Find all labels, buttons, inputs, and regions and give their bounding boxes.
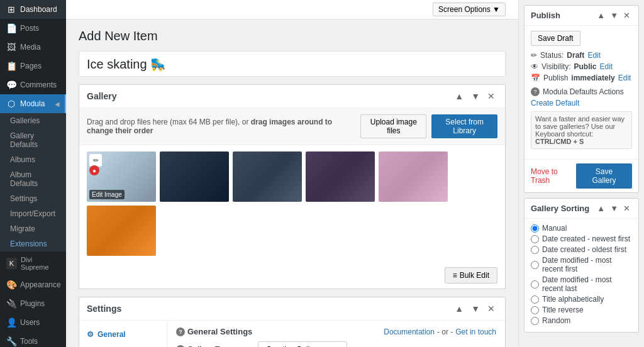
sidebar-item-extensions[interactable]: Extensions [0, 236, 66, 251]
sidebar-item-modula[interactable]: ⬡ Modula ◀ [0, 94, 66, 113]
sidebar-item-gallery-defaults[interactable]: Gallery Defaults [0, 128, 66, 152]
sidebar-item-appearance[interactable]: 🎨 Appearance [0, 275, 66, 294]
sidebar-item-comments[interactable]: 💬 Comments [0, 75, 66, 94]
sort-date-oldest-radio[interactable] [531, 246, 539, 254]
sidebar-item-media[interactable]: 🖼 Media [0, 38, 66, 57]
sidebar-item-tools[interactable]: 🔧 Tools [0, 332, 66, 347]
settings-top-bar: ? General Settings Documentation - or - … [176, 327, 496, 336]
sidebar-item-kali-forms[interactable]: K Divi Supreme [0, 251, 66, 275]
sidebar-item-users[interactable]: 👤 Users [0, 313, 66, 332]
sidebar-item-posts[interactable]: 📄 Posts [0, 19, 66, 38]
modula-arrow: ◀ [55, 101, 60, 107]
gallery-type-select[interactable]: Creative Gallery Grid Gallery Slider Gal… [258, 341, 347, 347]
settings-title: Settings [87, 304, 121, 314]
sort-title-alpha: Title alphabetically [531, 295, 632, 304]
plugins-icon: 🔌 [6, 299, 16, 309]
modula-defaults: ? Modula Defaults Actions Create Default [531, 87, 632, 107]
sort-manual-radio[interactable] [531, 224, 539, 233]
sorting-down-btn[interactable]: ▼ [608, 203, 620, 214]
general-help-icon[interactable]: ? [176, 328, 185, 336]
sorting-close-btn[interactable]: ✕ [621, 203, 632, 214]
settings-collapse-up-btn[interactable]: ▲ [452, 302, 466, 315]
settings-collapse-down-btn[interactable]: ▼ [469, 302, 482, 315]
sidebar-item-galleries[interactable]: Galleries [0, 113, 66, 128]
edit-image-label: Edit Image [89, 190, 125, 199]
visibility-icon: 👁 [531, 62, 538, 71]
main-content: Screen Options ▼ Add New Item Gallery ▲ … [66, 0, 518, 347]
save-draft-button[interactable]: Save Draft [531, 31, 580, 46]
sort-modified-recent-radio[interactable] [531, 261, 539, 269]
get-in-touch-link[interactable]: Get in touch [455, 328, 496, 336]
sidebar-item-plugins[interactable]: 🔌 Plugins [0, 294, 66, 313]
save-gallery-button[interactable]: Save Gallery [576, 163, 632, 189]
settings-content: ? General Settings Documentation - or - … [167, 321, 505, 347]
publish-up-btn[interactable]: ▲ [595, 10, 607, 21]
gallery-image-6[interactable] [87, 206, 156, 256]
create-default-link[interactable]: Create Default [531, 99, 632, 107]
publish-header: Publish ▲ ▼ ✕ [525, 6, 638, 26]
sidebar-item-import-export[interactable]: Import/Export [0, 206, 66, 221]
settings-close-btn[interactable]: ✕ [485, 302, 497, 315]
sort-date-oldest-label: Date created - oldest first [542, 245, 626, 254]
sort-title-alpha-radio[interactable] [531, 295, 539, 304]
settings-header-controls: ▲ ▼ ✕ [452, 302, 497, 315]
sidebar-item-dashboard[interactable]: ⊞ Dashboard [0, 0, 66, 19]
sort-modified-recent-label: Date modified - most recent first [542, 256, 632, 273]
title-input[interactable] [79, 51, 506, 77]
documentation-link[interactable]: Documentation [384, 328, 435, 336]
gallery-image-5[interactable] [379, 151, 448, 202]
upload-image-files-button[interactable]: Upload image files [360, 114, 426, 138]
publish-edit-link[interactable]: Edit [618, 74, 631, 82]
sort-random-radio[interactable] [531, 317, 539, 325]
publish-down-btn[interactable]: ▼ [608, 10, 620, 21]
sidebar: ⊞ Dashboard 📄 Posts 🖼 Media 📋 Pages 💬 Co… [0, 0, 66, 347]
users-label: Users [20, 318, 40, 327]
publish-close-btn[interactable]: ✕ [621, 10, 632, 21]
gallery-image-3[interactable] [233, 151, 302, 202]
gallery-defaults-label: Gallery Defaults [10, 131, 60, 149]
content-area: Add New Item Gallery ▲ ▼ ✕ Drag and drop… [66, 19, 518, 347]
bulk-edit-button[interactable]: ≡ Bulk Edit [445, 267, 497, 284]
gallery-image-2[interactable] [160, 151, 229, 202]
screen-options-button[interactable]: Screen Options ▼ [433, 3, 506, 16]
galleries-label: Galleries [10, 116, 40, 125]
sort-title-reverse-radio[interactable] [531, 306, 539, 314]
gallery-close-btn[interactable]: ✕ [485, 90, 497, 102]
select-from-library-button[interactable]: Select from Library [431, 114, 497, 138]
sidebar-item-label: Pages [20, 62, 42, 70]
edit-image-icon: ✏ [89, 154, 102, 167]
import-export-label: Import/Export [10, 209, 55, 218]
comments-icon: 💬 [6, 80, 16, 90]
sorting-up-btn[interactable]: ▲ [595, 203, 607, 214]
gallery-images-grid: ✏ Edit Image ● [79, 145, 505, 262]
sort-modified-last-radio[interactable] [531, 280, 539, 289]
gallery-collapse-down-btn[interactable]: ▼ [469, 90, 482, 102]
sidebar-item-pages[interactable]: 📋 Pages [0, 57, 66, 75]
status-edit-link[interactable]: Edit [587, 51, 601, 60]
sidebar-item-migrate[interactable]: Migrate [0, 221, 66, 236]
settings-nav-lightbox[interactable]: 🔗 Lightbox & Links [79, 343, 167, 347]
modula-help-icon[interactable]: ? [531, 87, 540, 96]
gallery-image-1[interactable]: ✏ Edit Image ● [87, 151, 156, 202]
sidebar-item-albums[interactable]: Albums [0, 152, 66, 167]
sidebar-item-album-defaults[interactable]: Album Defaults [0, 167, 66, 191]
settings-nav-general[interactable]: ⚙ General [79, 326, 167, 343]
sidebar-item-settings[interactable]: Settings [0, 191, 66, 206]
appearance-icon: 🎨 [6, 280, 16, 290]
edit-pencil-icon: ✏ [531, 51, 537, 60]
gallery-image-4[interactable] [306, 151, 375, 202]
sort-date-newest-label: Date created - newest first [542, 234, 630, 243]
settings-links: Documentation - or - Get in touch [384, 328, 496, 336]
sort-date-newest-radio[interactable] [531, 235, 539, 243]
remove-image-button[interactable]: ● [89, 165, 99, 175]
screen-options-bar: Screen Options ▼ [66, 0, 518, 19]
visibility-edit-link[interactable]: Edit [599, 62, 613, 71]
sort-random-label: Random [542, 316, 570, 325]
publish-label: Publish [543, 74, 568, 82]
gallery-header-controls: ▲ ▼ ✕ [452, 90, 497, 102]
album-defaults-label: Album Defaults [10, 170, 60, 188]
tools-label: Tools [20, 337, 38, 346]
gallery-collapse-up-btn[interactable]: ▲ [452, 90, 466, 102]
right-panel: Publish ▲ ▼ ✕ Save Draft ✏ Status: Draft… [518, 0, 644, 347]
move-to-trash-link[interactable]: Move to Trash [531, 167, 576, 185]
